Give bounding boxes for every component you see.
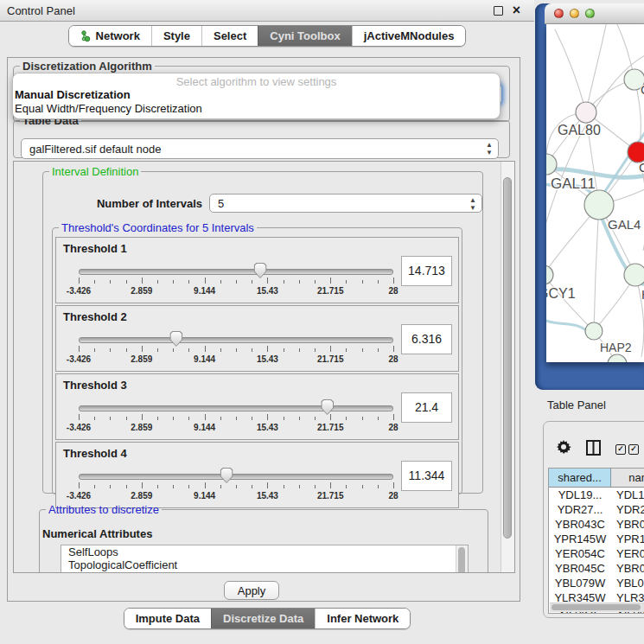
network-edge[interactable] [555, 29, 586, 112]
network-edge[interactable] [546, 318, 591, 335]
popup-prompt: Select algorithm to view settings [13, 73, 500, 88]
tab-discretize-data[interactable]: Discretize Data [211, 609, 315, 628]
tab-impute-data[interactable]: Impute Data [124, 609, 211, 628]
threshold-value-field[interactable]: 14.713 [401, 256, 452, 286]
column-header[interactable]: shared... [549, 469, 611, 487]
slider-thumb-icon[interactable] [254, 263, 267, 278]
network-node[interactable] [576, 102, 596, 123]
threshold-value-field[interactable]: 11.344 [401, 461, 452, 491]
group-title: Interval Definition [49, 165, 141, 178]
table-cell: YBL079W [549, 577, 611, 590]
slider-track[interactable] [79, 337, 393, 343]
slider-track[interactable] [79, 405, 393, 411]
table-row[interactable]: YER054CYER054C [549, 546, 644, 561]
slider-thumb-icon[interactable] [321, 399, 334, 415]
list-item[interactable]: TopologicalCoefficient [61, 558, 468, 571]
table-row[interactable]: YDR27...YDR27... [549, 502, 644, 517]
minimize-traffic-light[interactable] [570, 9, 579, 18]
table-row[interactable]: YDL19...YDL19... [549, 488, 644, 502]
group-title: Discretization Algorithm [20, 60, 155, 73]
threshold-slider[interactable]: -3.4262.8599.14415.4321.71528 [79, 330, 393, 368]
network-window: GAL80GACGAL11GAL4GCY1HHAP2 [535, 3, 644, 390]
slider-thumb-icon[interactable] [169, 331, 182, 347]
table-row[interactable]: YBR043CYBR043C [549, 517, 644, 532]
horizontal-scrollbar-thumb[interactable] [552, 604, 641, 610]
float-window-icon[interactable] [494, 6, 503, 16]
tick-label: 15.43 [257, 423, 278, 432]
tick-label: -3.426 [67, 491, 91, 501]
vertical-scrollbar[interactable] [501, 162, 514, 572]
checkbox-icon[interactable]: ✓ [615, 444, 626, 455]
numerical-attributes-list[interactable]: SelfLoopsTopologicalCoefficientBetweenne… [61, 545, 469, 573]
close-icon[interactable]: × [513, 3, 520, 17]
table-cell: YER054C [549, 547, 611, 560]
network-graph[interactable]: GAL80GACGAL11GAL4GCY1HHAP2 [546, 24, 644, 362]
numerical-attributes-heading: Numerical Attributes [42, 527, 152, 540]
network-view[interactable]: GAL80GACGAL11GAL4GCY1HHAP2 [546, 24, 644, 362]
cyni-toolbox-panel: Discretization Algorithm ▲▼ Table Data g… [7, 57, 520, 602]
slider-thumb-icon[interactable] [220, 468, 233, 483]
split-columns-icon[interactable] [586, 440, 601, 459]
top-tab-bar: NetworkStyleSelectCyni ToolboxjActiveMNo… [68, 25, 467, 47]
network-node[interactable] [584, 190, 614, 220]
popup-option[interactable]: Equal Width/Frequency Discretization [13, 102, 500, 116]
apply-button[interactable]: Apply [224, 581, 279, 600]
vertical-scrollbar-thumb[interactable] [503, 177, 512, 539]
panel-title: Control Panel [0, 4, 75, 17]
threshold-value-field[interactable]: 21.4 [401, 392, 452, 423]
tick-label: 28 [388, 354, 398, 364]
tick-label: 21.715 [317, 423, 344, 432]
network-node[interactable] [624, 264, 644, 286]
slider-tick-labels: -3.4262.8599.14415.4321.71528 [79, 491, 393, 501]
tab-label: Style [163, 29, 190, 42]
close-traffic-light[interactable] [554, 9, 564, 18]
table-cell: YBR045C [549, 562, 611, 575]
algorithm-popup: Select algorithm to view settings Manual… [12, 73, 501, 119]
threshold-slider[interactable]: -3.4262.8599.14415.4321.71528 [79, 467, 393, 505]
tab-label: jActiveMNodules [364, 29, 455, 42]
list-item[interactable]: SelfLoops [61, 545, 468, 558]
network-edge[interactable] [586, 24, 607, 112]
network-node[interactable] [608, 354, 627, 362]
tab-cyni-toolbox[interactable]: Cyni Toolbox [258, 26, 351, 46]
slider-track[interactable] [79, 474, 393, 480]
network-node[interactable] [546, 265, 553, 284]
top-tab-row: NetworkStyleSelectCyni ToolboxjActiveMNo… [0, 25, 534, 47]
table-cell: YBR043C [611, 518, 644, 531]
tab-infer-network[interactable]: Infer Network [315, 609, 410, 628]
network-node-label: GAL11 [551, 175, 596, 192]
list-item[interactable]: BetweennessCentrality [61, 571, 468, 573]
list-scrollbar-thumb[interactable] [458, 547, 465, 573]
combo-value: 5 [218, 197, 224, 210]
column-header[interactable]: name [611, 469, 644, 487]
network-node-label: GAL4 [608, 217, 641, 232]
network-edge[interactable] [594, 205, 599, 331]
tick-label: 28 [388, 491, 398, 501]
tab-style[interactable]: Style [151, 26, 201, 46]
group-title: Attributes to discretize [46, 503, 162, 516]
settings-gear-icon[interactable] [556, 440, 571, 459]
table-cell: YDL19... [611, 488, 644, 501]
table-row[interactable]: YBR045CYBR045C [549, 561, 644, 576]
tick-label: 2.859 [131, 286, 152, 296]
checkbox-icon[interactable]: ✓ [628, 444, 639, 455]
tab-network[interactable]: Network [69, 26, 151, 46]
tick-label: 21.715 [317, 286, 344, 296]
slider-track[interactable] [79, 269, 393, 275]
table-rows: YDL19...YDL19...YDR27...YDR27...YBR043CY… [549, 488, 644, 614]
zoom-traffic-light[interactable] [585, 9, 595, 18]
threshold-slider[interactable]: -3.4262.8599.14415.4321.71528 [79, 262, 393, 300]
num-intervals-combobox[interactable]: 5 ▲▼ [209, 194, 482, 213]
table-row[interactable]: YPR145WYPR145W [549, 532, 644, 546]
threshold-value-field[interactable]: 6.316 [401, 324, 452, 354]
tab-jactivemnodules[interactable]: jActiveMNodules [352, 26, 466, 46]
threshold-slider[interactable]: -3.4262.8599.14415.4321.71528 [79, 399, 393, 437]
list-scrollbar[interactable] [456, 545, 468, 573]
network-node-label: GA [641, 82, 644, 97]
popup-option[interactable]: Manual Discretization [13, 88, 500, 102]
horizontal-scrollbar[interactable] [550, 603, 644, 612]
tab-select[interactable]: Select [201, 26, 258, 46]
table-data-combobox[interactable]: galFiltered.sif default node ▲▼ [21, 138, 499, 159]
network-node[interactable] [585, 322, 603, 340]
table-row[interactable]: YBL079WYBL079W [549, 576, 644, 590]
